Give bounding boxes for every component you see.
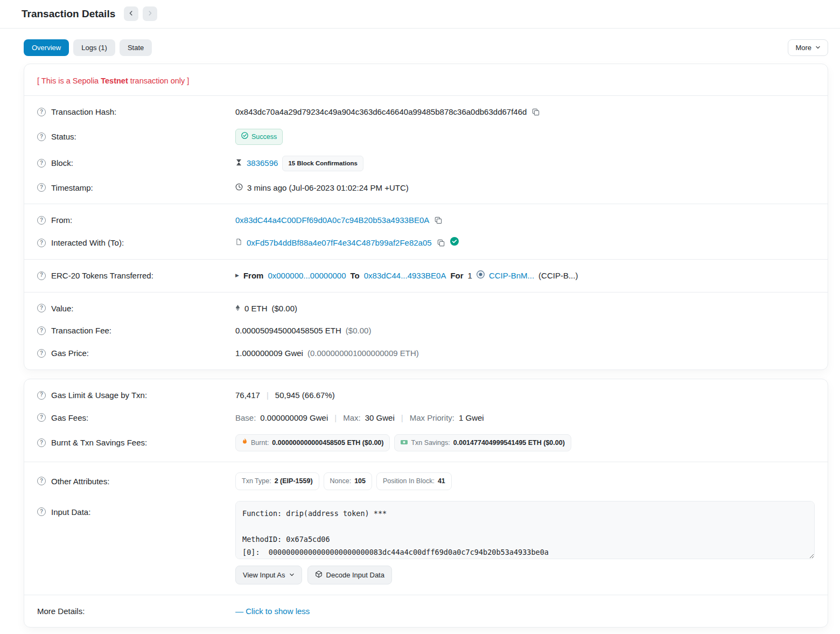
check-circle-icon [241, 132, 248, 142]
view-input-as-button[interactable]: View Input As [235, 566, 302, 584]
burnt-fee-label: Burnt: [251, 438, 269, 448]
cube-icon [315, 570, 323, 580]
token-logo-icon [477, 270, 485, 282]
erc20-amount: 1 [468, 270, 472, 282]
base-fee-label: Base: [235, 412, 256, 424]
help-icon: ? [37, 133, 46, 141]
block-number-link[interactable]: 3836596 [247, 157, 278, 169]
hourglass-icon [235, 157, 242, 169]
tab-bar: Overview Logs (1) State More [0, 29, 840, 64]
input-data-textarea[interactable]: Function: drip(address token) *** Method… [235, 501, 815, 559]
row-from: ? From: 0x83dC44a4C00DFf69d0A0c7c94B20b5… [24, 209, 828, 232]
more-button-label: More [795, 44, 811, 52]
decode-input-data-button[interactable]: Decode Input Data [307, 566, 392, 584]
help-icon: ? [37, 507, 46, 516]
help-icon: ? [37, 349, 46, 358]
copy-from-address-icon[interactable] [433, 215, 443, 225]
row-burnt-savings: ? Burnt & Txn Savings Fees: Burnt: 0.000… [24, 429, 828, 457]
input-data-actions: View Input As Decode Input Data [235, 566, 392, 584]
row-transaction-fee: ? Transaction Fee: 0.000050945000458505 … [24, 319, 828, 342]
overview-card: [ This is a Sepolia Testnet transaction … [24, 64, 828, 370]
transaction-fee-label: Transaction Fee: [51, 325, 111, 337]
decode-input-data-label: Decode Input Data [326, 571, 384, 579]
pipe-separator: | [264, 389, 271, 401]
txn-savings-value: 0.001477404999541495 ETH ($0.00) [453, 438, 565, 448]
timestamp-label: Timestamp: [51, 182, 93, 194]
page-title: Transaction Details [22, 8, 115, 20]
pipe-separator: | [399, 412, 405, 424]
chevron-right-icon [147, 10, 153, 18]
copy-to-address-icon[interactable] [436, 238, 446, 248]
gas-price-amount: 1.000000009 Gwei [235, 347, 303, 359]
block-confirmations-badge: 15 Block Confirmations [282, 156, 363, 171]
max-priority-label: Max Priority: [410, 412, 454, 424]
nonce-label: Nonce: [330, 476, 352, 486]
help-icon: ? [37, 326, 46, 335]
value-fees-section: ? Value: 0 ETH ($0.00) ? Transaction Fee… [24, 292, 828, 370]
notice-suffix: transaction only ] [128, 76, 190, 85]
from-label: From: [51, 214, 72, 226]
previous-transaction-button[interactable] [124, 6, 138, 21]
row-timestamp: ? Timestamp: 3 mins ago (Jul-06-2023 01:… [24, 177, 828, 199]
erc20-to-address-link[interactable]: 0x83dC44...4933BE0A [364, 270, 446, 282]
gas-price-alt: (0.000000001000000009 ETH) [307, 347, 419, 359]
next-transaction-button[interactable] [143, 6, 157, 21]
row-more-details: More Details: — Click to show less [24, 600, 828, 623]
copy-hash-icon[interactable] [531, 107, 541, 117]
transaction-hash-value: 0x843dc70a4a29d79234c49a904c363d6c46640a… [235, 106, 527, 118]
help-icon: ? [37, 391, 46, 400]
help-icon: ? [37, 239, 46, 247]
chevron-down-icon [289, 571, 295, 579]
tab-logs[interactable]: Logs (1) [73, 39, 115, 56]
tab-state[interactable]: State [120, 39, 152, 56]
notice-section: [ This is a Sepolia Testnet transaction … [24, 64, 828, 95]
row-transaction-hash: ? Transaction Hash: 0x843dc70a4a29d79234… [24, 101, 828, 123]
more-button[interactable]: More [788, 39, 828, 56]
other-attributes-label: Other Attributes: [51, 476, 109, 487]
erc20-from-word: From [243, 270, 264, 282]
details-card: ? Gas Limit & Usage by Txn: 76,417 | 50,… [24, 379, 828, 628]
help-icon: ? [37, 304, 46, 312]
row-input-data: ? Input Data: Function: drip(address tok… [24, 496, 828, 590]
help-icon: ? [37, 159, 46, 168]
block-label: Block: [51, 157, 73, 169]
help-icon: ? [37, 438, 46, 447]
nonce-value: 105 [354, 476, 366, 486]
help-icon: ? [37, 183, 46, 192]
row-other-attributes: ? Other Attributes: Txn Type: 2 (EIP-155… [24, 467, 828, 495]
row-interacted-with: ? Interacted With (To): 0xFd57b4ddBf88a4… [24, 232, 828, 254]
page-header: Transaction Details [0, 0, 840, 29]
transaction-fee-amount: 0.000050945000458505 ETH [235, 325, 341, 337]
to-address-link[interactable]: 0xFd57b4ddBf88a4e07fF4e34C487b99af2Fe82a… [247, 237, 432, 249]
chevron-left-icon [128, 10, 134, 18]
verified-check-circle-icon [450, 237, 459, 249]
erc20-for-word: For [450, 270, 463, 282]
transfer-triangle-icon: ▶ [235, 272, 239, 279]
row-status: ? Status: Success [24, 123, 828, 150]
erc20-token-symbol: (CCIP-B...) [538, 270, 578, 282]
max-priority-value: 1 Gwei [459, 412, 484, 424]
status-badge-label: Success [251, 132, 277, 142]
status-label: Status: [51, 131, 76, 143]
status-badge: Success [235, 129, 283, 145]
gas-price-label: Gas Price: [51, 347, 89, 359]
value-label: Value: [51, 303, 73, 315]
eth-diamond-icon [235, 303, 240, 315]
txn-type-label: Txn Type: [242, 476, 271, 486]
help-icon: ? [37, 413, 46, 422]
tab-overview[interactable]: Overview [24, 39, 69, 56]
pipe-separator: | [332, 412, 339, 424]
flame-icon [242, 438, 248, 448]
gas-section: ? Gas Limit & Usage by Txn: 76,417 | 50,… [24, 379, 828, 462]
show-less-link[interactable]: — Click to show less [235, 605, 310, 617]
gas-fees-label: Gas Fees: [51, 412, 88, 424]
from-address-link[interactable]: 0x83dC44a4C00DFf69d0A0c7c94B20b53a4933BE… [235, 214, 429, 226]
position-value: 41 [438, 476, 445, 486]
interacted-with-label: Interacted With (To): [51, 237, 124, 249]
erc20-token-link[interactable]: CCIP-BnM... [489, 270, 534, 282]
timestamp-value: 3 mins ago (Jul-06-2023 01:02:24 PM +UTC… [247, 182, 409, 194]
erc20-from-address-link[interactable]: 0x000000...00000000 [268, 270, 346, 282]
clock-icon [235, 182, 243, 194]
more-details-label: More Details: [37, 605, 235, 617]
erc20-to-word: To [351, 270, 360, 282]
